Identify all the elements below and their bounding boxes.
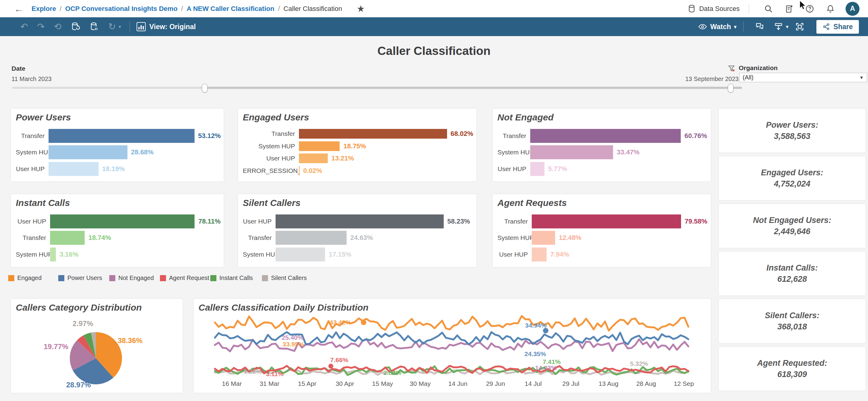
stat-card: Silent Callers:368,018 <box>719 299 866 343</box>
comments-icon[interactable] <box>755 22 765 32</box>
bar[interactable] <box>299 129 447 139</box>
bar[interactable] <box>50 231 85 245</box>
x-axis-tick: 14 Jun <box>448 380 467 387</box>
data-point-marker[interactable] <box>361 320 366 325</box>
date-filter-label: Date <box>11 65 26 72</box>
legend-item[interactable]: Power Users <box>58 274 102 281</box>
bar-category-label: System HUP <box>243 251 276 258</box>
tableau-dashboard-page: ← Explore/OCP Conversational Insights De… <box>0 0 868 401</box>
bar-row: ERROR_SESSION_TIMEO..0.02% <box>243 166 471 176</box>
bar[interactable] <box>50 214 194 228</box>
breadcrumb-item[interactable]: OCP Conversational Insights Demo <box>65 5 178 13</box>
mark-label: 7.66% <box>330 357 348 364</box>
bar[interactable] <box>299 141 340 151</box>
silent-callers-chart-card: Silent Callers User HUP58.23%Transfer24.… <box>238 194 476 267</box>
breadcrumb-item[interactable]: Explore <box>32 5 56 13</box>
bar-value-label: 17.15% <box>329 250 351 259</box>
run-update-icon[interactable]: ↻ <box>108 22 116 31</box>
watch-button[interactable]: Watch ▾ <box>698 22 736 31</box>
bar[interactable] <box>49 129 194 143</box>
back-arrow-icon[interactable]: ← <box>14 4 24 14</box>
share-button[interactable]: Share <box>816 20 859 34</box>
pause-data-icon[interactable] <box>89 22 99 32</box>
pie-chart[interactable] <box>66 328 126 389</box>
legend-item[interactable]: Silent Callers <box>262 274 307 281</box>
bar-value-label: 18.75% <box>343 142 366 150</box>
request-access-icon[interactable] <box>784 4 794 13</box>
bar[interactable] <box>276 214 444 228</box>
pie-chart-card: Callers Category Distribution 2.97% 38.3… <box>11 299 183 393</box>
bar-row: System HUP33.47% <box>497 145 705 159</box>
bar-category-label: System HUP <box>16 148 49 156</box>
database-icon <box>687 4 696 13</box>
x-axis-tick: 16 Mar <box>222 380 242 387</box>
stat-label: Not Engaged Users: <box>753 216 831 225</box>
mark-label: 1.22% <box>244 368 262 375</box>
organization-dropdown[interactable]: (All) ▼ <box>739 73 867 82</box>
clear-filter-icon[interactable] <box>728 65 736 72</box>
x-axis-tick: 15 May <box>372 380 393 387</box>
x-axis-tick: 12 Sep <box>674 380 694 387</box>
bar-category-label: System HUP <box>243 142 299 150</box>
bar-row: System HUP3.16% <box>16 247 218 262</box>
bar-row: System HUP17.15% <box>243 247 471 262</box>
bar[interactable] <box>49 162 99 176</box>
bar[interactable] <box>532 247 547 262</box>
mark-label: 24.35% <box>524 350 546 358</box>
bar-category-label: User HUP <box>16 218 50 225</box>
mark-label: 43.42% <box>330 319 351 326</box>
bar-row: System HUP12.48% <box>497 231 705 245</box>
favorite-star-icon[interactable]: ★ <box>356 3 365 14</box>
chevron-down-icon: ▼ <box>859 75 864 80</box>
bar-category-label: System HUP <box>497 148 530 156</box>
search-icon[interactable] <box>764 4 773 13</box>
date-range-slider[interactable] <box>12 87 734 89</box>
date-slider-left-handle[interactable] <box>202 84 208 93</box>
fullscreen-icon[interactable] <box>795 22 805 32</box>
bar[interactable] <box>532 214 681 228</box>
legend-item[interactable]: Instant Calls <box>210 274 253 281</box>
date-slider-right-handle[interactable] <box>728 84 734 93</box>
bar-category-label: Transfer <box>243 234 276 241</box>
power-users-chart-card: Power Users Transfer53.12%System HUP28.6… <box>11 109 224 181</box>
share-icon <box>823 23 830 31</box>
bar[interactable] <box>299 154 328 163</box>
bar[interactable] <box>530 129 681 143</box>
bar-row: Transfer68.02% <box>243 129 471 139</box>
instant-calls-chart-card: Instant Calls User HUP78.11%Transfer18.7… <box>11 194 224 267</box>
legend-item[interactable]: Agent Request <box>160 274 209 281</box>
legend-item[interactable]: Engaged <box>8 274 41 281</box>
bar[interactable] <box>532 231 555 245</box>
breadcrumb-item[interactable]: A NEW Caller Classification <box>187 5 274 13</box>
download-caret-icon[interactable]: ▾ <box>786 24 789 30</box>
refresh-data-icon[interactable] <box>70 22 80 32</box>
x-axis-tick: 31 Mar <box>259 380 279 387</box>
user-avatar[interactable]: A <box>845 2 860 16</box>
run-update-caret-icon[interactable]: ▾ <box>119 24 121 30</box>
stat-value: 4,752,024 <box>774 179 810 189</box>
data-sources-button[interactable]: Data Sources <box>687 4 740 13</box>
view-original-button[interactable]: View: Original <box>136 22 196 31</box>
share-label: Share <box>833 23 853 31</box>
legend-item[interactable]: Not Engaged <box>109 274 154 281</box>
legend-swatch <box>58 275 64 281</box>
x-axis-tick: 29 Jul <box>562 380 579 387</box>
redo-icon[interactable]: ↷ <box>37 22 44 31</box>
line-series-engaged[interactable] <box>215 316 688 331</box>
undo-icon[interactable]: ↶ <box>20 22 28 31</box>
bar[interactable] <box>49 145 127 159</box>
bar[interactable] <box>530 162 545 176</box>
bar[interactable] <box>299 166 300 176</box>
notifications-bell-icon[interactable] <box>826 4 835 13</box>
bar[interactable] <box>530 145 613 159</box>
revert-icon[interactable]: ⟲ <box>54 22 61 31</box>
line-chart-card: Callers Classification Daily Distributio… <box>194 299 711 393</box>
data-point-marker[interactable] <box>329 364 333 369</box>
bar[interactable] <box>276 247 325 262</box>
bar[interactable] <box>276 231 347 245</box>
bar-row: Transfer60.76% <box>497 129 705 143</box>
chart-title: Instant Calls <box>16 198 70 208</box>
bar[interactable] <box>50 247 56 262</box>
download-icon[interactable] <box>774 22 783 32</box>
mark-label: 34.94% <box>525 322 547 329</box>
